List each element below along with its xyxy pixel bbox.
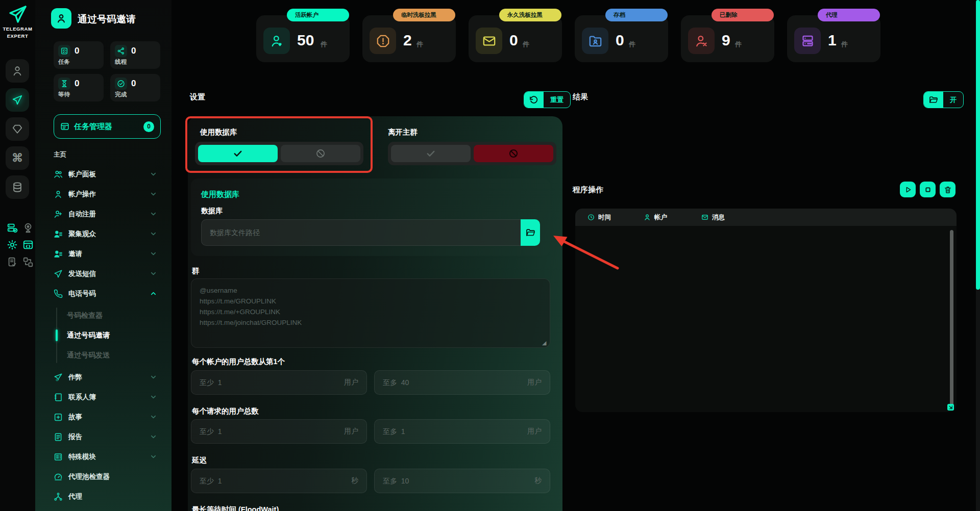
warning-octagon-icon <box>370 28 396 54</box>
start-button[interactable] <box>900 182 916 197</box>
tasks-icon <box>58 45 70 57</box>
file-text-icon <box>54 432 63 442</box>
chevron-down-icon <box>150 433 157 441</box>
folder-user-icon <box>582 28 608 54</box>
network-icon <box>54 492 63 501</box>
unit-label: 用户 <box>344 378 358 387</box>
operations-log-table: 时间 帐户 消息 ⇲ <box>575 209 957 412</box>
person-x-icon <box>688 28 715 54</box>
stat-card-archived: 存档 0件 <box>575 15 668 62</box>
users-per-request-min-field: 用户 <box>191 419 367 444</box>
threads-icon <box>115 45 127 57</box>
table-resize-handle[interactable]: ⇲ <box>947 404 954 411</box>
sidebar-subitem-send-by-number[interactable]: 通过号码发送 <box>35 345 172 365</box>
toggle-no-button[interactable] <box>281 145 360 162</box>
min-input[interactable] <box>191 371 366 394</box>
max-input[interactable] <box>375 420 550 443</box>
sidebar-item-account-actions[interactable]: 帐户操作 <box>35 184 172 204</box>
mail-warning-icon <box>476 28 502 54</box>
page-title: 通过号码邀请 <box>78 13 136 26</box>
status-badge: 临时洗板拉黑 <box>393 9 455 21</box>
sidebar-item-auto-register[interactable]: 自动注册 <box>35 204 172 224</box>
unit-label: 用户 <box>527 427 542 436</box>
table-scrollbar[interactable] <box>950 230 953 410</box>
open-results-button[interactable]: 开 <box>923 91 964 108</box>
sidebar-item-cheat[interactable]: 作弊 <box>35 367 172 387</box>
min-input[interactable] <box>191 420 366 443</box>
sidebar-item-proxy-pool-checker[interactable]: 代理池检查器 <box>35 467 172 487</box>
code-window-icon[interactable] <box>22 239 34 250</box>
use-database-card-title: 使用数据库 <box>201 190 239 199</box>
database-path-input[interactable] <box>201 219 521 246</box>
task-manager-badge: 0 <box>143 121 154 132</box>
user-list-icon <box>54 249 63 259</box>
max-input[interactable] <box>375 469 550 493</box>
webcam-icon[interactable] <box>22 222 34 234</box>
toggle-yes-button[interactable] <box>198 145 278 162</box>
browse-file-button[interactable] <box>521 219 540 246</box>
rail-commands-button[interactable]: ⌘ <box>6 146 29 170</box>
mail-icon <box>701 214 708 221</box>
server-check-icon[interactable] <box>7 222 18 234</box>
sidebar-item-stories[interactable]: 故事 <box>35 407 172 427</box>
phone-icon <box>54 289 63 298</box>
counter-waiting: 0 等待 <box>54 74 104 101</box>
reset-button[interactable]: 重置 <box>524 91 571 108</box>
sidebar-subitem-number-checker[interactable]: 号码检查器 <box>35 305 172 325</box>
groups-textarea[interactable] <box>191 278 550 348</box>
stat-card-deleted: 已删除 9件 <box>681 15 774 62</box>
chevron-down-icon <box>150 453 157 461</box>
sidebar-item-contact-book[interactable]: 联系人簿 <box>35 387 172 407</box>
play-icon <box>904 186 912 194</box>
folder-icon <box>526 228 535 238</box>
task-manager-icon <box>60 122 69 131</box>
rail-premium-button[interactable] <box>6 117 29 141</box>
plus-square-icon <box>54 413 63 422</box>
toggle-yes-button[interactable] <box>391 145 471 162</box>
user-list-icon <box>54 229 63 239</box>
rail-accounts-button[interactable] <box>6 59 29 83</box>
sidebar-item-reports[interactable]: 报告 <box>35 427 172 447</box>
sidebar-item-account-panel[interactable]: 帐户面板 <box>35 164 172 184</box>
check-icon <box>426 148 436 159</box>
active-indicator <box>56 329 58 341</box>
settings-title: 设置 <box>190 92 205 102</box>
phone-numbers-submenu: 号码检查器 通过号码邀请 通过号码发送 <box>35 303 172 367</box>
page-scrollbar-thumb[interactable] <box>976 0 980 290</box>
stop-button[interactable] <box>920 182 936 197</box>
sidebar-subitem-invite-by-number[interactable]: 通过号码邀请 <box>35 325 172 345</box>
chevron-down-icon <box>150 373 157 381</box>
bot-gear-icon[interactable] <box>7 239 18 250</box>
document-check-icon[interactable] <box>7 257 18 268</box>
sidebar-item-invite[interactable]: 邀请 <box>35 244 172 264</box>
rail-sender-button[interactable] <box>6 88 29 112</box>
hourglass-icon <box>58 78 70 90</box>
sidebar-item-gather-audience[interactable]: 聚集观众 <box>35 224 172 244</box>
sidebar-item-special-modules[interactable]: 特殊模块 <box>35 447 172 467</box>
app-logo-icon <box>8 4 28 24</box>
sidebar-item-send-sms[interactable]: 发送短信 <box>35 264 172 284</box>
max-input[interactable] <box>375 371 550 394</box>
command-icon: ⌘ <box>12 151 23 165</box>
clear-button[interactable] <box>940 182 955 197</box>
circle-slash-icon <box>315 148 326 159</box>
trash-icon <box>944 186 952 194</box>
circle-slash-icon <box>508 148 519 159</box>
column-message: 消息 <box>701 213 725 222</box>
book-icon <box>54 393 63 402</box>
min-input[interactable] <box>191 469 366 493</box>
chevron-down-icon <box>150 270 157 277</box>
swap-blocks-icon[interactable] <box>22 257 34 268</box>
database-icon <box>12 182 23 193</box>
users-per-request-max-field: 用户 <box>374 419 550 444</box>
sidebar-item-phone-numbers[interactable]: 电话号码 <box>35 284 172 303</box>
task-manager-button[interactable]: 任务管理器 0 <box>54 114 161 139</box>
toggle-no-button[interactable] <box>474 145 553 162</box>
rail-database-button[interactable] <box>6 175 29 199</box>
users-per-account-max-field: 用户 <box>374 370 550 395</box>
users-icon <box>54 170 63 179</box>
textarea-resize-grip[interactable]: ◢ <box>542 340 548 346</box>
sidebar-item-proxy[interactable]: 代理 <box>35 487 172 506</box>
check-circle-icon <box>115 78 127 90</box>
database-field-label: 数据库 <box>201 207 223 216</box>
